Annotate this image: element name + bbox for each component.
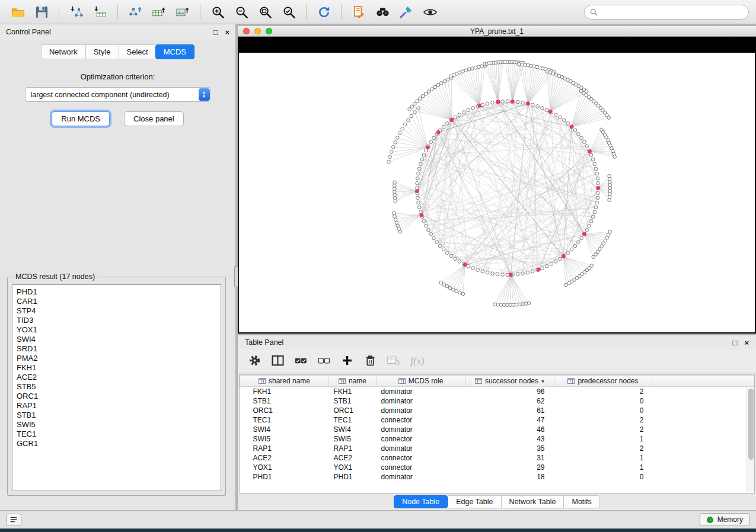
style-wand-button[interactable]: [395, 2, 417, 21]
tab-select[interactable]: Select: [119, 44, 156, 59]
column-header-mcds-role[interactable]: MCDS role: [377, 376, 465, 387]
cell-name[interactable]: STB1: [329, 396, 377, 406]
cell-pred[interactable]: 0: [554, 472, 652, 482]
cell-succ[interactable]: 61: [465, 406, 554, 415]
table-row[interactable]: YOX1YOX1connector291: [240, 463, 754, 472]
close-panel-button[interactable]: Close panel: [124, 111, 184, 126]
cell-shared[interactable]: TEC1: [240, 415, 329, 425]
column-header-name[interactable]: name: [329, 376, 377, 387]
float-panel-icon[interactable]: □: [213, 28, 218, 36]
export-network-button[interactable]: [125, 2, 146, 21]
cell-role[interactable]: dominator: [377, 425, 465, 434]
mcds-result-item[interactable]: SWI4: [17, 335, 221, 344]
cell-pred[interactable]: 2: [554, 425, 652, 434]
cell-succ[interactable]: 96: [465, 387, 554, 397]
mcds-result-item[interactable]: GCR1: [17, 439, 221, 448]
table-row[interactable]: FKH1FKH1dominator962: [240, 387, 754, 397]
cell-name[interactable]: ORC1: [329, 406, 377, 415]
cell-name[interactable]: RAP1: [329, 444, 377, 453]
cell-succ[interactable]: 29: [465, 463, 554, 472]
cell-succ[interactable]: 62: [465, 396, 554, 406]
cell-name[interactable]: PHD1: [329, 472, 377, 482]
mcds-result-item[interactable]: ACE2: [17, 373, 221, 382]
cell-shared[interactable]: ACE2: [240, 453, 329, 463]
cell-blank[interactable]: [652, 406, 754, 415]
mcds-result-item[interactable]: ORC1: [17, 392, 221, 401]
run-mcds-button[interactable]: Run MCDS: [52, 111, 110, 126]
tab-node-table[interactable]: Node Table: [394, 495, 448, 508]
cell-pred[interactable]: 1: [554, 453, 652, 463]
cell-shared[interactable]: ORC1: [240, 406, 329, 415]
float-panel-icon[interactable]: □: [733, 339, 738, 347]
tab-edge-table[interactable]: Edge Table: [448, 495, 500, 508]
search-input[interactable]: [601, 8, 743, 16]
show-columns-button[interactable]: [272, 354, 284, 368]
cell-blank[interactable]: [652, 444, 754, 453]
memory-button[interactable]: Memory: [700, 513, 750, 526]
cell-role[interactable]: dominator: [377, 387, 465, 397]
cell-pred[interactable]: 0: [554, 396, 652, 406]
cell-name[interactable]: SWI4: [329, 425, 377, 434]
mcds-result-item[interactable]: STB5: [17, 382, 221, 392]
show-hide-button[interactable]: [419, 2, 441, 21]
apply-layout-button[interactable]: [313, 2, 334, 21]
cell-shared[interactable]: FKH1: [240, 387, 329, 397]
column-header-shared-name[interactable]: shared name: [240, 376, 329, 387]
cell-pred[interactable]: 2: [554, 415, 652, 425]
column-header-predecessor-nodes[interactable]: predecessor nodes: [554, 376, 652, 387]
mcds-result-item[interactable]: STP4: [17, 306, 221, 316]
mcds-result-item[interactable]: TID3: [17, 316, 221, 325]
export-image-button[interactable]: [172, 2, 193, 21]
zoom-in-button[interactable]: [207, 2, 228, 21]
cell-succ[interactable]: 31: [465, 453, 554, 463]
save-session-button[interactable]: [31, 2, 52, 21]
zoom-fit-button[interactable]: [254, 2, 276, 21]
cell-succ[interactable]: 47: [465, 415, 554, 425]
close-window-button[interactable]: [243, 28, 250, 34]
mcds-result-item[interactable]: STB1: [17, 411, 221, 420]
cell-shared[interactable]: SWI4: [240, 425, 329, 434]
zoom-selected-button[interactable]: [278, 2, 299, 21]
mcds-result-item[interactable]: RAP1: [17, 401, 221, 411]
cell-succ[interactable]: 46: [465, 425, 554, 434]
cell-name[interactable]: SWI5: [329, 434, 377, 444]
network-canvas[interactable]: [239, 53, 755, 332]
minimize-window-button[interactable]: [254, 28, 261, 34]
table-row[interactable]: SWI4SWI4dominator462: [240, 425, 754, 434]
table-row[interactable]: STB1STB1dominator620: [240, 396, 754, 406]
splitter-handle[interactable]: [234, 266, 238, 287]
unselect-all-columns-button[interactable]: [318, 354, 330, 368]
cell-pred[interactable]: 1: [554, 434, 652, 444]
tab-style[interactable]: Style: [85, 44, 119, 59]
select-all-columns-button[interactable]: [295, 354, 307, 368]
criterion-dropdown[interactable]: largest connected component (undirected)…: [25, 87, 211, 102]
cell-pred[interactable]: 2: [554, 444, 652, 453]
cell-blank[interactable]: [652, 396, 754, 406]
mcds-result-item[interactable]: SWI5: [17, 420, 221, 430]
table-row[interactable]: ORC1ORC1dominator610: [240, 406, 754, 415]
cell-role[interactable]: connector: [377, 453, 465, 463]
cell-role[interactable]: connector: [377, 434, 465, 444]
mcds-result-item[interactable]: CAR1: [17, 297, 221, 306]
cell-shared[interactable]: SWI5: [240, 434, 329, 444]
cell-pred[interactable]: 0: [554, 406, 652, 415]
panel-menu-button[interactable]: [6, 514, 21, 526]
tab-motifs[interactable]: Motifs: [563, 495, 599, 508]
function-builder-button[interactable]: f(x): [410, 355, 425, 367]
cell-pred[interactable]: 2: [554, 387, 652, 397]
zoom-out-button[interactable]: [231, 2, 252, 21]
cell-blank[interactable]: [652, 463, 754, 472]
delete-table-button[interactable]: [387, 354, 400, 368]
cell-role[interactable]: dominator: [377, 472, 465, 482]
mcds-result-item[interactable]: SRD1: [17, 344, 221, 354]
close-panel-icon[interactable]: ×: [225, 28, 229, 36]
cell-pred[interactable]: 1: [554, 463, 652, 472]
cell-name[interactable]: YOX1: [329, 463, 377, 472]
cell-succ[interactable]: 35: [465, 444, 554, 453]
maximize-window-button[interactable]: [266, 28, 272, 34]
close-panel-icon[interactable]: ×: [744, 339, 749, 347]
cell-name[interactable]: FKH1: [329, 387, 377, 397]
share-document-button[interactable]: [348, 2, 369, 21]
search-field[interactable]: [584, 5, 749, 20]
open-file-button[interactable]: [7, 2, 28, 21]
